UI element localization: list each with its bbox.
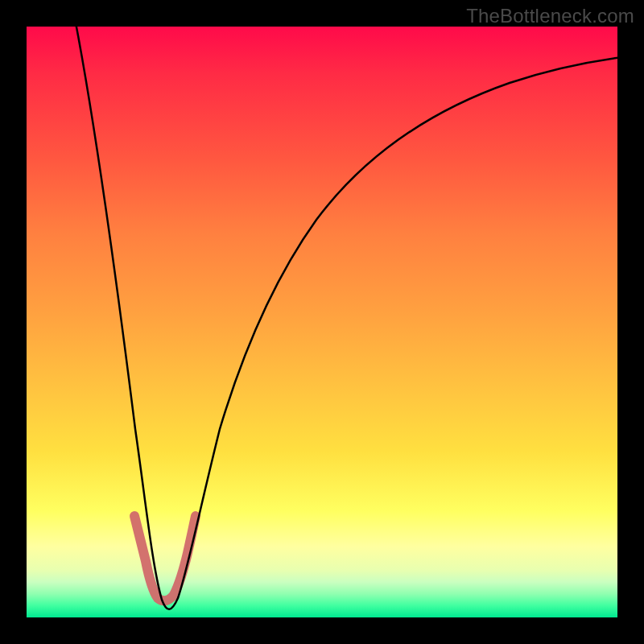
watermark-text: TheBottleneck.com <box>466 5 634 27</box>
chart-plot-area <box>27 27 617 617</box>
curve-valley-highlight <box>134 516 196 601</box>
bottleneck-curve <box>75 19 622 609</box>
bottleneck-curve-svg <box>27 27 617 617</box>
